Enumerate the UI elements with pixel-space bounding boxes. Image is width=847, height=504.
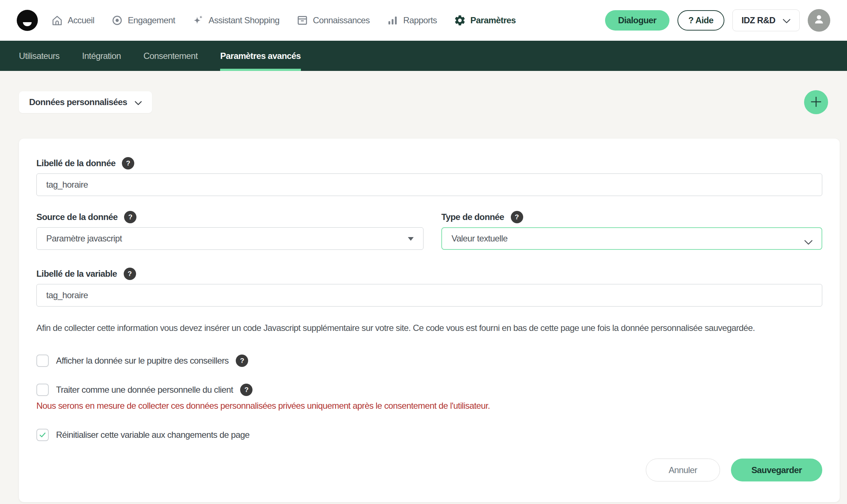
account-name: IDZ R&D: [741, 15, 775, 25]
form-actions: Annuler Sauvegarder: [36, 459, 822, 481]
source-label-row: Source de la donnée ?: [36, 211, 424, 224]
brand-logo[interactable]: [17, 10, 38, 31]
nav-item-assistant-shopping[interactable]: Assistant Shopping: [192, 14, 279, 27]
help-icon[interactable]: ?: [511, 211, 523, 223]
sparkle-icon: [192, 14, 204, 27]
help-icon[interactable]: ?: [240, 384, 252, 396]
checkbox-row-personal: Traiter comme une donnée personnelle du …: [36, 384, 822, 396]
type-label-row: Type de donnée ?: [441, 211, 822, 224]
nav-item-accueil[interactable]: Accueil: [51, 14, 94, 27]
account-selector[interactable]: IDZ R&D: [732, 9, 800, 31]
nav-label: Paramètres: [470, 15, 516, 25]
save-button[interactable]: Sauvegarder: [731, 459, 822, 481]
chevron-down-icon: [135, 97, 142, 107]
person-icon: [812, 13, 826, 28]
javascript-info-text: Afin de collecter cette information vous…: [36, 323, 822, 333]
tab-parametres-avances[interactable]: Paramètres avancés: [220, 41, 301, 71]
nav-label: Accueil: [68, 15, 94, 25]
tab-consentement[interactable]: Consentement: [143, 41, 198, 71]
tab-utilisateurs[interactable]: Utilisateurs: [19, 41, 60, 71]
nav-label: Rapports: [403, 15, 437, 25]
add-custom-data-button[interactable]: [804, 90, 828, 114]
nav-item-rapports[interactable]: Rapports: [386, 14, 437, 27]
cancel-button[interactable]: Annuler: [646, 459, 720, 481]
bar-chart-icon: [386, 14, 399, 27]
type-label: Type de donnée: [441, 212, 504, 222]
nav-item-connaissances[interactable]: Connaissances: [296, 14, 370, 27]
desk-checkbox[interactable]: [36, 355, 49, 367]
nav-label: Assistant Shopping: [208, 15, 279, 25]
consent-warning-text: Nous serons en mesure de collecter ces d…: [36, 400, 822, 411]
chevron-down-icon: [804, 237, 813, 247]
nav-label: Engagement: [128, 15, 175, 25]
help-icon[interactable]: ?: [122, 157, 134, 169]
nav-label: Connaissances: [313, 15, 370, 25]
personal-data-checkbox[interactable]: [36, 384, 49, 396]
custom-data-form-card: Libellé de la donnée ? Source de la donn…: [19, 139, 840, 502]
checkbox-row-reset: Réinitialiser cette variable aux changem…: [36, 429, 822, 441]
chevron-down-icon: [783, 15, 791, 25]
settings-subnav: Utilisateurs Intégration Consentement Pa…: [0, 41, 847, 71]
archive-icon: [296, 14, 309, 27]
help-button[interactable]: ? Aide: [677, 10, 724, 31]
tab-integration[interactable]: Intégration: [82, 41, 121, 71]
source-select-value: Paramètre javascript: [46, 233, 122, 244]
section-dropdown[interactable]: Données personnalisées: [19, 91, 152, 113]
type-select[interactable]: Valeur textuelle: [441, 227, 822, 250]
checkbox-row-desk: Afficher la donnée sur le pupitre des co…: [36, 355, 822, 367]
source-select[interactable]: Paramètre javascript: [36, 227, 424, 250]
help-icon[interactable]: ?: [124, 268, 136, 280]
nav-item-engagement[interactable]: Engagement: [111, 14, 175, 27]
variable-label-row: Libellé de la variable ?: [36, 267, 822, 280]
nav-item-parametres[interactable]: Paramètres: [454, 14, 516, 27]
check-icon: [39, 432, 47, 438]
data-label-row: Libellé de la donnée ?: [36, 157, 822, 170]
help-icon[interactable]: ?: [124, 211, 136, 223]
gear-icon: [454, 14, 466, 27]
desk-checkbox-label: Afficher la donnée sur le pupitre des co…: [56, 356, 228, 366]
toolbar: Données personnalisées: [19, 90, 828, 114]
source-type-row: Source de la donnée ? Paramètre javascri…: [36, 211, 822, 250]
dropdown-triangle-icon: [408, 237, 414, 241]
variable-label: Libellé de la variable: [36, 269, 117, 279]
variable-input[interactable]: [36, 284, 822, 307]
header-right: Dialoguer ? Aide IDZ R&D: [605, 9, 830, 32]
type-column: Type de donnée ? Valeur textuelle: [441, 211, 822, 250]
reset-variable-checkbox[interactable]: [36, 429, 49, 441]
target-icon: [111, 14, 123, 27]
personal-data-checkbox-label: Traiter comme une donnée personnelle du …: [56, 385, 233, 395]
top-header: Accueil Engagement Assistant Shopping: [0, 0, 847, 41]
source-label: Source de la donnée: [36, 212, 118, 222]
main-nav: Accueil Engagement Assistant Shopping: [51, 14, 516, 27]
type-select-value: Valeur textuelle: [452, 233, 508, 244]
user-avatar[interactable]: [808, 9, 830, 32]
help-icon[interactable]: ?: [236, 355, 248, 367]
home-icon: [51, 14, 63, 27]
chat-button[interactable]: Dialoguer: [605, 10, 669, 31]
data-label-label: Libellé de la donnée: [36, 158, 115, 168]
reset-variable-checkbox-label: Réinitialiser cette variable aux changem…: [56, 430, 250, 440]
plus-icon: [810, 96, 822, 109]
source-column: Source de la donnée ? Paramètre javascri…: [36, 211, 424, 250]
data-label-input[interactable]: [36, 173, 822, 196]
section-dropdown-label: Données personnalisées: [29, 97, 127, 107]
